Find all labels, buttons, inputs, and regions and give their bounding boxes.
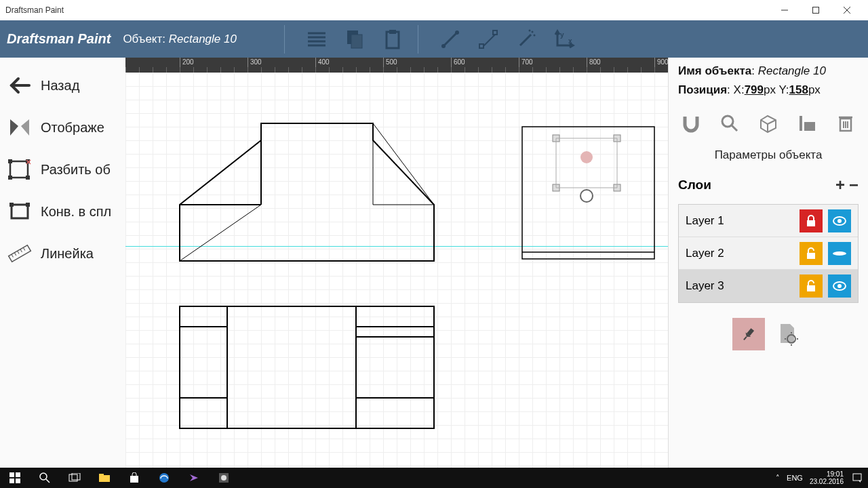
svg-marker-25 <box>10 119 18 136</box>
search-icon[interactable] <box>30 468 60 488</box>
align-icon[interactable] <box>298 22 335 56</box>
svg-point-68 <box>580 190 593 202</box>
svg-line-38 <box>12 254 14 257</box>
svg-rect-16 <box>493 30 497 35</box>
taskview-icon[interactable] <box>60 468 90 488</box>
svg-rect-37 <box>9 245 31 262</box>
sidebar-item-split[interactable]: Разбить об <box>0 148 125 190</box>
svg-rect-9 <box>351 35 362 48</box>
layer-row[interactable]: Layer 2 <box>679 237 858 270</box>
svg-rect-1 <box>813 7 819 14</box>
unlock-icon[interactable] <box>800 274 823 298</box>
action-buttons-row <box>678 110 859 136</box>
properties-panel: Имя объекта: Rectangle 10 Позиция: X:799… <box>668 58 868 468</box>
trash-icon[interactable] <box>833 110 859 136</box>
sidebar-item-label: Отображе <box>41 120 104 136</box>
position-row: Позиция: X:799px Y:158px <box>678 83 859 97</box>
svg-line-41 <box>20 249 22 252</box>
lang-indicator[interactable]: ENG <box>787 474 803 482</box>
maximize-button[interactable] <box>800 0 831 20</box>
file-settings-button[interactable] <box>772 318 804 350</box>
unlock-icon[interactable] <box>800 242 823 265</box>
svg-rect-97 <box>16 479 20 483</box>
sidebar-item-ruler[interactable]: Линейка <box>0 232 125 274</box>
svg-marker-26 <box>21 119 29 136</box>
magic-tool-icon[interactable] <box>508 22 545 56</box>
lock-icon[interactable] <box>800 209 823 232</box>
svg-text:y: y <box>560 31 564 39</box>
add-layer-button[interactable]: + <box>835 176 845 195</box>
window-title: Draftsman Paint <box>5 5 64 15</box>
explorer-icon[interactable] <box>90 468 119 488</box>
svg-rect-15 <box>479 44 484 48</box>
svg-line-70 <box>732 125 737 131</box>
svg-rect-27 <box>10 161 28 178</box>
store-icon[interactable] <box>119 468 149 488</box>
close-button[interactable] <box>831 0 863 20</box>
app-icon[interactable] <box>209 468 239 488</box>
sidebar-item-label: Разбить об <box>41 162 111 178</box>
svg-point-82 <box>833 251 846 256</box>
cube-icon[interactable] <box>755 110 781 136</box>
visibility-icon[interactable] <box>828 209 851 232</box>
copy-icon[interactable] <box>336 22 373 56</box>
sidebar-item-display[interactable]: Отображе <box>0 106 125 148</box>
svg-rect-109 <box>853 474 861 481</box>
sidebar-item-back[interactable]: Назад <box>0 64 125 106</box>
svg-point-69 <box>722 116 733 127</box>
svg-line-18 <box>520 35 531 45</box>
snap-icon[interactable] <box>678 110 704 136</box>
svg-rect-95 <box>16 472 20 477</box>
drawing-surface[interactable] <box>125 73 668 468</box>
zoom-icon[interactable] <box>717 110 743 136</box>
vs-icon[interactable] <box>179 468 209 488</box>
svg-point-108 <box>221 475 226 481</box>
svg-line-88 <box>744 337 747 340</box>
left-sidebar: Назад Отображе Разбить об Конв. в спл Ли… <box>0 58 125 468</box>
sidebar-item-spline[interactable]: Конв. в спл <box>0 190 125 232</box>
clock[interactable]: 19:01 23.02.2016 <box>810 470 844 485</box>
ruler-icon <box>7 241 33 266</box>
svg-rect-104 <box>130 476 138 483</box>
sidebar-item-label: Конв. в спл <box>41 204 111 220</box>
tray-up-icon[interactable]: ˄ <box>776 474 780 483</box>
canvas-area[interactable]: 200 300 400 500 600 700 800 900 <box>125 58 668 468</box>
axes-tool-icon[interactable]: yx <box>546 22 583 56</box>
svg-rect-81 <box>807 253 815 259</box>
paste-icon[interactable] <box>374 22 411 56</box>
svg-line-14 <box>443 33 457 46</box>
sidebar-item-label: Назад <box>41 78 79 94</box>
pin-button[interactable] <box>732 318 765 350</box>
app-title: Draftsman Paint <box>7 31 111 47</box>
remove-layer-button[interactable]: − <box>849 176 859 195</box>
edge-icon[interactable] <box>149 468 179 488</box>
windows-taskbar: ˄ ENG 19:01 23.02.2016 <box>0 468 868 488</box>
split-icon <box>7 157 33 182</box>
layers-header: Слои + − <box>678 176 859 195</box>
visibility-flat-icon[interactable] <box>828 242 851 265</box>
minimize-button[interactable] <box>769 0 800 20</box>
layer-row[interactable]: Layer 1 <box>679 205 858 237</box>
start-button[interactable] <box>0 468 30 488</box>
line-tool-icon[interactable] <box>432 22 469 56</box>
svg-rect-71 <box>800 116 802 131</box>
svg-point-67 <box>580 151 593 163</box>
visibility-icon[interactable] <box>828 274 851 298</box>
window-titlebar: Draftsman Paint <box>0 0 868 20</box>
sidebar-item-label: Линейка <box>41 246 94 262</box>
svg-line-42 <box>23 247 25 250</box>
app-toolbar: Draftsman Paint Объект: Rectangle 10 yx <box>0 20 868 58</box>
layer-row[interactable]: Layer 3 <box>679 270 858 302</box>
svg-rect-30 <box>8 176 12 180</box>
svg-marker-106 <box>190 474 198 481</box>
svg-rect-34 <box>12 205 28 218</box>
display-icon <box>7 115 33 140</box>
svg-rect-35 <box>9 203 14 207</box>
spline-icon <box>7 199 33 224</box>
svg-rect-103 <box>99 474 104 476</box>
svg-rect-10 <box>387 32 399 48</box>
notifications-icon[interactable] <box>850 468 864 488</box>
svg-line-40 <box>18 251 19 253</box>
connector-tool-icon[interactable] <box>470 22 507 56</box>
align-left-icon[interactable] <box>794 110 820 136</box>
